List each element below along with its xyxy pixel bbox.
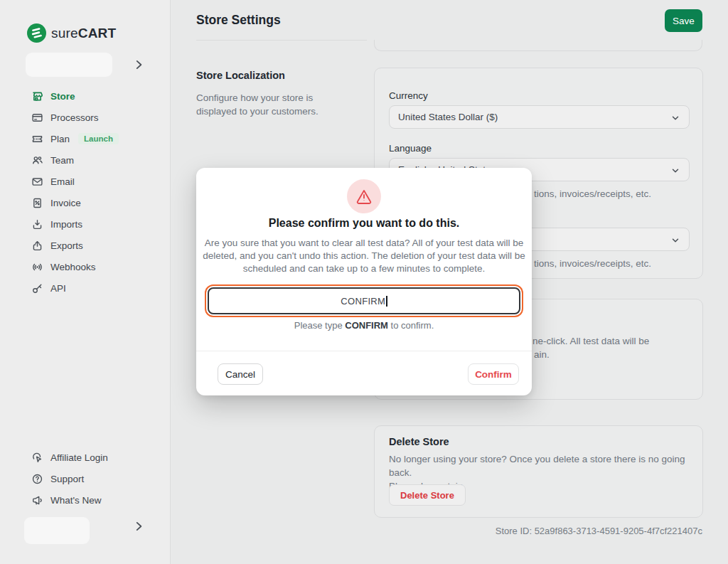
sidebar-item-label: Affiliate Login [50,452,108,463]
sidebar-item-email[interactable]: Email [0,171,171,192]
dialog-body: Are you sure that you want to clear all … [196,237,532,275]
sidebar-item-label: Plan [50,134,70,144]
launch-badge: Launch [78,133,119,144]
invoice-icon [31,197,43,209]
sidebar-item-team[interactable]: Team [0,149,171,171]
test-data-text-fragment: ne-click. All test data will be [532,336,649,346]
sidebar-item-label: Invoice [50,198,81,208]
sidebar-item-label: Exports [50,240,83,251]
sidebar-item-support[interactable]: Support [0,468,171,489]
sidebar-item-label: Team [50,155,74,166]
page-title: Store Settings [196,13,281,28]
confirm-helper-text: Please type CONFIRM to confirm. [196,320,532,331]
sidebar-footer-chevron-icon[interactable] [132,520,145,533]
sidebar-item-invoice[interactable]: Invoice [0,192,171,213]
sidebar-item-api[interactable]: API [0,277,171,299]
storefront-icon [31,90,43,102]
app-root: sureCART Store [0,0,728,564]
confirm-dialog: Please confirm you want to do this. Are … [196,168,532,395]
currency-select[interactable]: United States Dollar ($) [389,105,690,129]
text-cursor [386,296,387,307]
store-switcher-redacted[interactable] [26,53,112,77]
sidebar-item-label: What's New [50,495,102,506]
export-icon [31,240,43,252]
dialog-footer-divider [196,351,532,351]
import-icon [31,218,43,230]
timezone-helper-fragment: tions, invoices/receipts, etc. [534,258,651,269]
confirm-input[interactable]: CONFIRM [208,287,520,314]
chevron-down-icon [670,113,680,125]
envelope-icon [31,176,43,188]
previous-card-fragment [374,40,702,51]
delete-store-button[interactable]: Delete Store [389,484,466,506]
sidebar-item-store[interactable]: Store [0,85,171,107]
cancel-button[interactable]: Cancel [218,363,263,385]
save-button[interactable]: Save [665,9,702,32]
surecart-logo: sureCART [27,23,116,43]
language-label: Language [389,143,432,154]
help-icon [31,473,43,485]
webhooks-icon [31,261,43,273]
delete-store-card: Delete Store No longer using your store?… [374,425,703,518]
section-divider [196,40,367,41]
store-id-text: Store ID: 52a9f863-3713-4591-9205-4f7cf2… [374,526,702,536]
warning-triangle-icon [355,188,373,205]
sidebar-collapse-chevron-icon[interactable] [132,58,145,71]
localization-description: Configure how your store is displayed to… [196,91,349,118]
account-switcher-redacted[interactable] [24,517,90,544]
surecart-logo-text: sureCART [51,26,116,41]
credit-card-icon [31,112,43,124]
sidebar-item-label: API [50,283,66,294]
team-icon [31,154,43,166]
delete-store-heading: Delete Store [389,436,449,447]
key-icon [31,282,43,294]
language-helper-fragment: tions, invoices/receipts, etc. [534,188,651,199]
currency-value: United States Dollar ($) [398,112,498,122]
sidebar-item-affiliate-login[interactable]: Affiliate Login [0,447,171,468]
sidebar: sureCART Store [0,0,171,564]
localization-heading: Store Localization [196,70,349,81]
sidebar-item-imports[interactable]: Imports [0,213,171,235]
sidebar-item-whats-new[interactable]: What's New [0,489,171,511]
sidebar-item-label: Store [50,91,75,102]
confirm-input-value: CONFIRM [341,296,385,307]
test-data-text-fragment: ain. [534,349,550,360]
chevron-down-icon [670,235,680,248]
affiliate-icon [31,452,43,464]
chevron-down-icon [670,166,680,178]
sidebar-item-exports[interactable]: Exports [0,235,171,256]
sidebar-item-label: Email [50,176,75,187]
sidebar-item-label: Imports [50,219,82,230]
localization-section-info: Store Localization Configure how your st… [196,70,349,118]
sidebar-item-webhooks[interactable]: Webhooks [0,256,171,277]
confirm-button[interactable]: Confirm [468,363,519,385]
sidebar-nav: Store Processors [0,85,171,299]
sidebar-item-label: Processors [50,112,99,123]
sidebar-footer-nav: Affiliate Login Support [0,447,171,511]
megaphone-icon [31,494,43,506]
sidebar-item-processors[interactable]: Processors [0,107,171,128]
surecart-logo-icon [27,23,46,43]
dialog-title: Please confirm you want to do this. [196,217,532,230]
warning-icon-circle [347,179,381,213]
currency-label: Currency [389,90,428,101]
sidebar-item-label: Webhooks [50,262,96,272]
ticket-icon [31,133,43,145]
sidebar-item-plan[interactable]: Plan Launch [0,128,171,149]
sidebar-item-label: Support [50,474,84,484]
